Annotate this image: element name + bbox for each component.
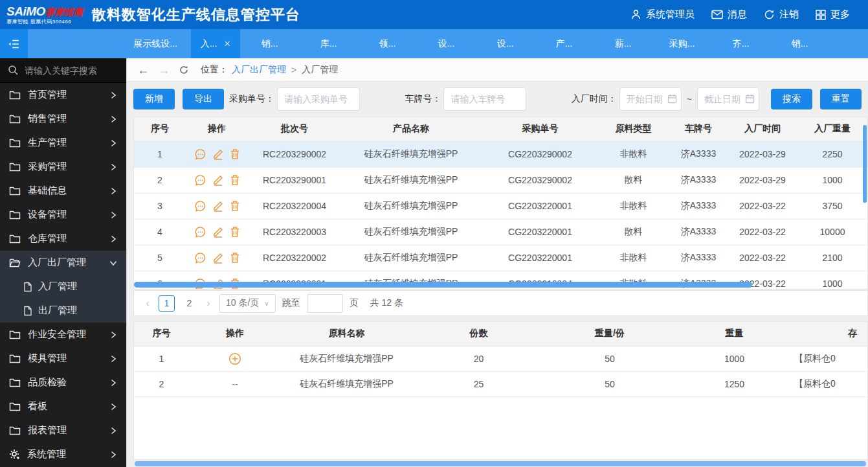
forward-icon[interactable]: → — [158, 64, 170, 76]
tab-5[interactable]: 领... — [358, 29, 417, 58]
tab-3[interactable]: 销... — [240, 29, 299, 58]
folder-icon — [9, 138, 21, 148]
edit-icon[interactable] — [212, 200, 224, 212]
next-page-icon[interactable]: › — [204, 298, 213, 308]
header-menu-grid[interactable]: 更多 — [816, 8, 850, 21]
sidebar-item[interactable]: 报表管理 — [0, 418, 126, 442]
plus-circle-icon[interactable] — [228, 352, 241, 365]
add-button[interactable]: 新增 — [133, 89, 175, 109]
jump-to-page-input[interactable] — [307, 294, 343, 313]
page-size-select[interactable]: 10 条/页∨ — [219, 294, 276, 313]
sidebar-search-input[interactable] — [25, 65, 115, 76]
header-menu-user[interactable]: 系统管理员 — [630, 8, 695, 21]
sidebar-item[interactable]: 生产管理 — [0, 131, 126, 155]
chevron-right-icon — [109, 403, 117, 411]
page-number-2[interactable]: 2 — [181, 295, 197, 312]
column-header: 重量/份 — [545, 322, 674, 346]
table-row[interactable]: 5RC2203220002硅灰石纤维填充增强PPCG2203220001非散料济… — [134, 245, 868, 271]
collapse-menu-button[interactable] — [0, 29, 28, 58]
tab-7[interactable]: 设... — [476, 29, 535, 58]
search-button[interactable]: 搜索 — [771, 89, 812, 109]
table-row[interactable]: 3RC2203220004硅灰石纤维填充增强PPCG2203220001非散料济… — [134, 193, 868, 219]
sidebar-group: 生产管理 — [0, 131, 126, 155]
edit-icon[interactable] — [212, 174, 224, 186]
sidebar-item[interactable]: 看板 — [0, 394, 126, 418]
table-vertical-scrollbar[interactable] — [863, 125, 867, 203]
sidebar-item[interactable]: 作业安全管理 — [0, 323, 126, 347]
brand-logo: SAiMO赛摩维鹰 赛摩智能 股票代码300466 — [6, 5, 83, 25]
comment-icon[interactable] — [194, 252, 206, 264]
sidebar-item[interactable]: 模具管理 — [0, 347, 126, 370]
delete-icon[interactable] — [230, 226, 240, 238]
chevron-right-icon — [109, 451, 117, 459]
sidebar-item[interactable]: 基础信息 — [0, 179, 126, 203]
edit-icon[interactable] — [212, 148, 224, 160]
sidebar-search[interactable] — [0, 58, 126, 83]
breadcrumb-link[interactable]: 入厂出厂管理 — [232, 64, 286, 76]
sidebar-item[interactable]: 设备管理 — [0, 203, 126, 227]
table-row[interactable]: 1硅灰石纤维填充增强PP20501000【原料仓0 — [134, 346, 868, 371]
tab-8[interactable]: 产... — [535, 29, 594, 58]
export-button[interactable]: 导出 — [183, 89, 224, 109]
back-icon[interactable]: ← — [137, 64, 149, 76]
table-cell: 硅灰石纤维填充增强PP — [341, 219, 481, 245]
table-cell: 2022-03-29 — [729, 141, 796, 167]
tab-12[interactable]: 销... — [770, 29, 829, 58]
edit-icon[interactable] — [212, 226, 224, 238]
comment-icon[interactable] — [194, 148, 206, 161]
table-row[interactable]: 2RC2203290001硅灰石纤维填充增强PPCG2203290002散料济A… — [134, 167, 868, 193]
app-window: SAiMO赛摩维鹰 赛摩智能 股票代码300466 散料数智化生产线信息管控平台… — [0, 0, 868, 467]
table-row[interactable]: 2--硅灰石纤维填充增强PP25501250【原料仓0 — [134, 371, 868, 396]
page-horizontal-scrollbar[interactable] — [135, 461, 866, 466]
sidebar-item[interactable]: 入厂出厂管理 — [0, 251, 126, 275]
tab-9[interactable]: 薪... — [594, 29, 652, 58]
purchase-no-input[interactable] — [277, 87, 360, 111]
tab-2[interactable]: 入...✕ — [191, 29, 240, 58]
header-menu-logout[interactable]: 注销 — [764, 8, 799, 21]
table-cell: 1000 — [796, 271, 868, 290]
comment-icon[interactable] — [194, 200, 206, 212]
table-row[interactable]: 1RC2203290002硅灰石纤维填充增强PPCG2203290002非散料济… — [134, 141, 868, 167]
sidebar-item-label: 销售管理 — [28, 113, 109, 125]
sidebar-item[interactable]: 仓库管理 — [0, 227, 126, 251]
delete-icon[interactable] — [230, 148, 240, 160]
delete-icon[interactable] — [230, 200, 240, 212]
tab-10[interactable]: 采购... — [652, 29, 711, 58]
chevron-right-icon — [109, 331, 117, 339]
plate-no-input[interactable] — [443, 87, 526, 111]
table-cell: 硅灰石纤维填充增强PP — [281, 346, 412, 371]
sidebar-item[interactable]: 采购管理 — [0, 155, 126, 179]
delete-icon[interactable] — [230, 174, 240, 186]
column-header: 重量 — [674, 322, 794, 346]
comment-icon[interactable] — [194, 174, 206, 187]
sidebar-group: 报表管理 — [0, 418, 126, 442]
tab-11[interactable]: 齐... — [711, 29, 770, 58]
comment-icon[interactable] — [194, 226, 206, 238]
page-number-1[interactable]: 1 — [159, 295, 175, 312]
sidebar-item[interactable]: 首页管理 — [0, 83, 126, 107]
sidebar-item[interactable]: 销售管理 — [0, 107, 126, 131]
sidebar-item[interactable]: 系统管理 — [0, 442, 126, 466]
table-row[interactable]: 4RC2203220003硅灰石纤维填充增强PPCG2203220001散料济A… — [134, 219, 868, 245]
edit-icon[interactable] — [212, 252, 224, 264]
column-header: 采购单号 — [481, 117, 599, 141]
sidebar-subitem[interactable]: 入厂管理 — [0, 275, 126, 299]
prev-page-icon[interactable]: ‹ — [143, 298, 152, 308]
sidebar-item[interactable]: 品质检验 — [0, 370, 126, 394]
logout-icon — [764, 9, 775, 20]
sidebar-item-label: 设备管理 — [28, 209, 109, 221]
sidebar-subitem[interactable]: 出厂管理 — [0, 299, 126, 323]
tab-4[interactable]: 库... — [299, 29, 358, 58]
table-cell: 【原料仓0 — [794, 346, 868, 371]
reset-button[interactable]: 重置 — [820, 89, 862, 109]
grid-icon — [816, 10, 826, 20]
tab-1[interactable]: 展示线设... — [120, 29, 191, 58]
mail-icon — [711, 10, 723, 19]
delete-icon[interactable] — [230, 252, 240, 264]
table-horizontal-scrollbar[interactable] — [134, 282, 752, 288]
table-cell: 50 — [545, 346, 674, 371]
tab-6[interactable]: 设... — [417, 29, 476, 58]
refresh-icon[interactable] — [179, 65, 189, 75]
tab-close-icon[interactable]: ✕ — [223, 39, 230, 49]
header-menu-mail[interactable]: 消息 — [711, 8, 747, 21]
